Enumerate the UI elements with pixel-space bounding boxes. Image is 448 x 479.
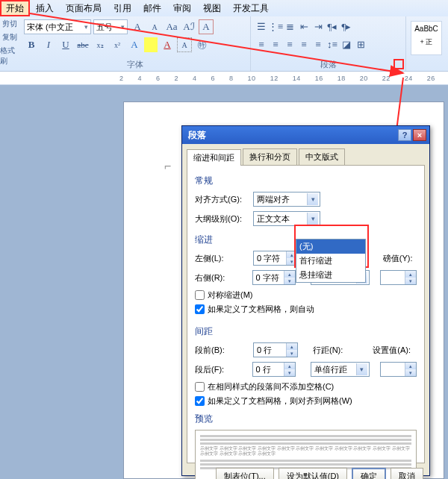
bullets-icon[interactable]: ☰ — [255, 19, 267, 34]
section-general: 常规 — [195, 175, 417, 187]
font-color-button[interactable]: A — [160, 37, 175, 52]
help-button[interactable]: ? — [398, 129, 411, 141]
at-value-spin[interactable]: ▴▾ — [380, 362, 417, 377]
space-before-spin[interactable]: 0 行▴▾ — [253, 342, 298, 357]
numbering-icon[interactable]: ⋮≡ — [270, 19, 281, 34]
chevron-down-icon: ▾ — [307, 193, 318, 205]
indent-left-spin[interactable]: 0 字符▴▾ — [253, 251, 298, 266]
tab-view[interactable]: 视图 — [197, 0, 227, 16]
special-format-dropdown[interactable]: (无) 首行缩进 悬挂缩进 — [296, 239, 366, 283]
ruler: 246 246 81012 141618 202224 26 — [0, 72, 448, 85]
paragraph-dialog: 段落 ? × 缩进和间距 换行和分页 中文版式 常规 对齐方式(G): 两端对齐… — [181, 125, 430, 476]
line-spacing-label: 行距(N): — [313, 345, 343, 356]
tab-insert[interactable]: 插入 — [30, 0, 60, 16]
close-button[interactable]: × — [413, 129, 426, 141]
auto-adjust-grid-checkbox[interactable] — [195, 304, 205, 314]
tab-home[interactable]: 开始 — [0, 0, 30, 16]
italic-button[interactable]: I — [41, 37, 56, 52]
alignment-label: 对齐方式(G): — [195, 194, 249, 205]
auto-adjust-grid-label: 如果定义了文档网格，则自动 — [208, 304, 314, 315]
outline-level-select[interactable]: 正文文本▾ — [253, 211, 320, 226]
by-value-label: 磅值(Y): — [383, 253, 413, 264]
crop-mark-icon: ⌐ — [164, 160, 171, 173]
tab-asian-typography[interactable]: 中文版式 — [299, 148, 345, 165]
change-case-icon[interactable]: Aa — [164, 19, 179, 34]
space-after-spin[interactable]: 0 行▴▾ — [252, 362, 296, 377]
shading-icon[interactable]: ◪ — [340, 37, 352, 52]
rtl-icon[interactable]: ¶▸ — [340, 19, 352, 34]
line-spacing-select[interactable]: 单倍行距▾ — [311, 362, 370, 377]
at-value-label: 设置值(A): — [373, 345, 411, 356]
dropdown-option-none[interactable]: (无) — [296, 240, 365, 254]
snap-grid-checkbox[interactable] — [195, 396, 205, 406]
underline-button[interactable]: U — [58, 37, 73, 52]
highlight-button[interactable] — [144, 37, 158, 52]
ltr-icon[interactable]: ¶◂ — [326, 19, 338, 34]
style-name: + 正 — [411, 37, 441, 47]
no-space-same-style-checkbox[interactable] — [195, 382, 205, 392]
indent-right-label: 右侧(R): — [195, 272, 248, 284]
paragraph-dialog-launcher[interactable] — [393, 59, 404, 69]
grow-font-icon[interactable]: A — [130, 19, 145, 34]
tab-line-page-breaks[interactable]: 换行和分页 — [243, 148, 297, 165]
chevron-down-icon: ▾ — [307, 213, 318, 225]
chevron-down-icon: ▾ — [121, 23, 125, 31]
set-default-button[interactable]: 设为默认值(D) — [279, 468, 347, 479]
mirror-indent-checkbox[interactable] — [195, 290, 205, 300]
bold-button[interactable]: B — [24, 37, 39, 52]
outline-level-label: 大纲级别(O): — [195, 213, 249, 225]
tab-references[interactable]: 引用 — [108, 0, 137, 16]
tab-developer[interactable]: 开发工具 — [227, 0, 275, 16]
align-left-icon[interactable]: ≡ — [255, 37, 267, 52]
decrease-indent-icon[interactable]: ⇤ — [298, 19, 310, 34]
font-size-value: 五号 — [96, 22, 113, 33]
copy-button[interactable]: 复制 — [2, 32, 17, 43]
chevron-down-icon: ▾ — [84, 23, 88, 31]
borders-icon[interactable]: ⊞ — [355, 37, 367, 52]
increase-indent-icon[interactable]: ⇥ — [312, 19, 324, 34]
font-size-combo[interactable]: 五号▾ — [93, 19, 128, 34]
dropdown-option-hanging[interactable]: 悬挂缩进 — [296, 268, 365, 282]
font-group-label: 字体 — [19, 59, 250, 70]
cancel-button[interactable]: 取消 — [391, 468, 423, 479]
char-shading-icon[interactable]: A — [177, 37, 192, 52]
style-normal[interactable]: AaBbC + 正 — [411, 21, 442, 55]
dropdown-option-first-line[interactable]: 首行缩进 — [296, 254, 365, 268]
indent-right-spin[interactable]: 0 字符▴▾ — [252, 270, 296, 285]
tab-indent-spacing[interactable]: 缩进和间距 — [187, 149, 241, 166]
tabstops-button[interactable]: 制表位(T)... — [216, 468, 274, 479]
section-spacing: 间距 — [195, 325, 417, 338]
font-name-combo[interactable]: 宋体 (中文正▾ — [24, 19, 91, 34]
multilevel-icon[interactable]: ≣ — [284, 19, 296, 34]
tab-layout[interactable]: 页面布局 — [60, 0, 108, 16]
char-border-icon[interactable]: A — [199, 19, 214, 34]
snap-grid-label: 如果定义了文档网格，则对齐到网格(W) — [208, 395, 352, 407]
chevron-down-icon: ▾ — [356, 363, 367, 375]
tab-mailings[interactable]: 邮件 — [137, 0, 167, 16]
justify-icon[interactable]: ≡ — [298, 37, 310, 52]
subscript-button[interactable]: x₂ — [93, 37, 108, 52]
tab-review[interactable]: 审阅 — [167, 0, 197, 16]
strike-button[interactable]: abc — [75, 37, 90, 52]
text-effects-icon[interactable]: A — [127, 37, 142, 52]
section-preview: 预览 — [195, 413, 417, 425]
space-after-label: 段后(F): — [195, 364, 248, 375]
align-right-icon[interactable]: ≡ — [284, 37, 296, 52]
enclose-char-icon[interactable]: ㊕ — [194, 37, 209, 52]
space-before-label: 段前(B): — [195, 345, 249, 356]
superscript-button[interactable]: x² — [110, 37, 125, 52]
cut-button[interactable]: 剪切 — [2, 19, 17, 29]
line-spacing-icon[interactable]: ↕≡ — [326, 37, 338, 52]
no-space-same-style-label: 在相同样式的段落间不添加空格(C) — [208, 381, 334, 392]
clear-format-icon[interactable]: Aℐ — [181, 19, 196, 34]
format-painter-button[interactable]: 格式刷 — [0, 46, 19, 66]
align-center-icon[interactable]: ≡ — [270, 37, 281, 52]
distributed-icon[interactable]: ≡ — [312, 37, 324, 52]
dialog-title: 段落 — [188, 129, 206, 142]
ok-button[interactable]: 确定 — [352, 468, 386, 479]
mirror-indent-label: 对称缩进(M) — [208, 289, 253, 301]
indent-left-label: 左侧(L): — [195, 253, 249, 264]
by-value-spin[interactable]: ▴▾ — [380, 270, 417, 285]
shrink-font-icon[interactable]: A — [147, 19, 162, 34]
alignment-select[interactable]: 两端对齐▾ — [253, 192, 320, 207]
